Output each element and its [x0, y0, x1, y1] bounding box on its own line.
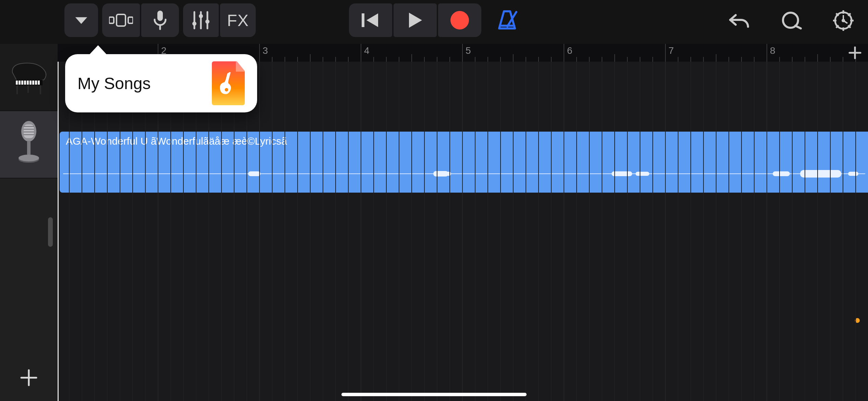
track-scrollbar[interactable]: [48, 217, 53, 247]
mixer-fx-segment: FX: [183, 3, 256, 37]
rewind-button[interactable]: [349, 3, 392, 37]
track-lane-mic[interactable]: AGA-Wonderful U ãWonderfulãäåæ æè©Lyrics…: [58, 129, 868, 196]
waveform-icon: [60, 163, 868, 184]
svg-rect-41: [27, 85, 29, 93]
track-header-piano[interactable]: [0, 44, 58, 111]
playhead[interactable]: [58, 62, 59, 401]
svg-rect-2: [128, 17, 133, 23]
microphone-button[interactable]: [141, 3, 179, 37]
audio-region-label: AGA-Wonderful U ãWonderfulãäåæ æè©Lyrics…: [66, 135, 862, 147]
svg-rect-34: [27, 81, 29, 85]
navigator-dropdown-button[interactable]: [64, 3, 98, 37]
home-indicator[interactable]: [341, 393, 527, 396]
grand-piano-icon: [8, 59, 49, 96]
svg-rect-38: [38, 81, 40, 85]
svg-rect-40: [40, 85, 41, 94]
ruler-bar-number: 5: [466, 45, 471, 56]
audio-region[interactable]: AGA-Wonderful U ãWonderfulãäåæ æè©Lyrics…: [60, 132, 868, 193]
mixer-button[interactable]: [183, 3, 219, 37]
svg-rect-3: [157, 11, 163, 21]
transport-segment: [349, 3, 481, 37]
loop-button[interactable]: [780, 10, 802, 32]
gear-icon: [832, 10, 854, 32]
svg-rect-37: [35, 81, 37, 85]
my-songs-label: My Songs: [77, 74, 198, 93]
studio-mic-icon: [13, 119, 44, 170]
microphone-icon: [152, 10, 168, 31]
record-button[interactable]: [438, 3, 481, 37]
loop-icon: [780, 11, 802, 31]
chevron-down-icon: [72, 11, 90, 29]
settings-button[interactable]: [832, 10, 854, 32]
svg-rect-32: [21, 81, 23, 85]
transport-group: [349, 3, 519, 37]
svg-point-8: [192, 22, 196, 26]
svg-rect-35: [29, 81, 32, 85]
play-icon: [407, 11, 423, 29]
undo-button[interactable]: [728, 10, 750, 32]
fx-button[interactable]: FX: [220, 3, 256, 37]
add-section-button[interactable]: [848, 46, 862, 61]
rewind-icon: [361, 11, 380, 29]
track-view-button[interactable]: [102, 3, 140, 37]
ruler-bar-number: 4: [364, 45, 370, 56]
svg-point-50: [19, 155, 39, 161]
grid-line: [259, 62, 260, 401]
view-mic-segment: [102, 3, 179, 37]
grid-line: [462, 62, 463, 401]
undo-icon: [728, 11, 750, 30]
svg-rect-36: [32, 81, 34, 85]
ruler-bar-number: 3: [263, 45, 268, 56]
grid-line: [361, 62, 361, 401]
sliders-icon: [191, 10, 211, 31]
svg-rect-31: [19, 81, 21, 85]
grid-line: [158, 62, 158, 401]
ruler-bar-number: 6: [567, 45, 572, 56]
track-header-mic[interactable]: [0, 111, 58, 178]
grid-line: [564, 62, 564, 401]
fx-label: FX: [227, 11, 249, 30]
toolbar-left-group: FX: [64, 3, 256, 37]
svg-point-10: [205, 20, 209, 24]
svg-rect-48: [27, 141, 31, 155]
ruler-bar-number: 7: [668, 45, 674, 56]
metronome-icon: [495, 9, 519, 31]
toolbar: FX: [0, 0, 868, 44]
add-track-button[interactable]: [0, 368, 58, 387]
play-button[interactable]: [394, 3, 437, 37]
svg-rect-30: [16, 81, 18, 85]
plus-icon: [848, 46, 862, 60]
grid-line: [665, 62, 666, 401]
garageband-file-icon: [212, 61, 245, 105]
toolbar-right-group: [728, 10, 854, 32]
record-icon: [450, 11, 469, 29]
plus-icon: [19, 368, 38, 387]
grid-line: [767, 62, 767, 401]
guitar-icon: [212, 70, 245, 103]
svg-rect-39: [16, 85, 18, 94]
my-songs-popover[interactable]: My Songs: [65, 54, 257, 112]
svg-rect-1: [117, 14, 125, 26]
svg-point-9: [199, 14, 203, 18]
metronome-button[interactable]: [495, 9, 519, 31]
track-view-icon: [109, 12, 133, 28]
svg-rect-11: [362, 13, 364, 27]
ruler-bar-number: 8: [770, 45, 775, 56]
svg-rect-0: [109, 17, 114, 23]
timeline-area[interactable]: AGA-Wonderful U ãWonderfulãäåæ æè©Lyrics…: [58, 62, 868, 401]
svg-rect-33: [24, 81, 26, 85]
